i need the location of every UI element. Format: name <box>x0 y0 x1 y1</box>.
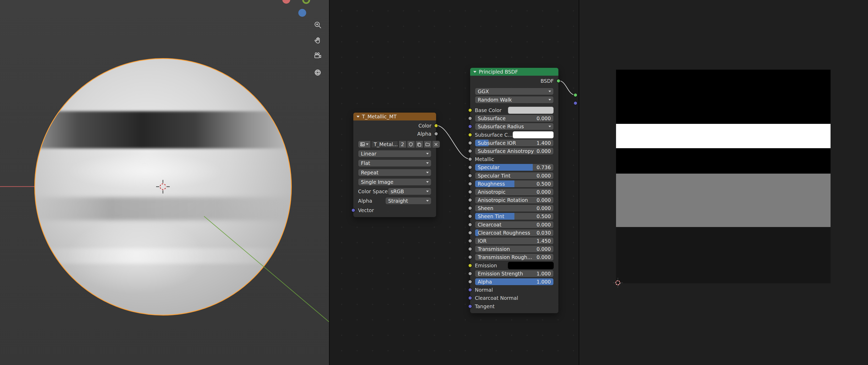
emission-swatch[interactable] <box>508 262 554 269</box>
new-image-button[interactable] <box>415 141 423 148</box>
sheen-socket[interactable] <box>468 206 472 210</box>
emission-strength-field[interactable]: Emission Strength 1.000 <box>475 270 554 277</box>
transmission-roughness-socket[interactable] <box>468 255 472 259</box>
slider-value: 0.000 <box>537 189 551 195</box>
transmission-slider[interactable]: Transmission 0.000 <box>475 245 554 253</box>
principled-node-header[interactable]: Principled BSDF <box>470 68 558 76</box>
projection-dropdown[interactable]: Flat <box>358 160 431 167</box>
anisotropic-socket[interactable] <box>468 190 472 194</box>
color-output-socket[interactable] <box>434 124 438 128</box>
ior-socket[interactable] <box>468 239 472 243</box>
slider-value: 0.500 <box>537 181 551 187</box>
alpha-output-socket[interactable] <box>434 132 438 136</box>
bsdf-row-transmission-roughness: Transmission Roughness 0.000 <box>470 254 558 261</box>
principled-bsdf-node[interactable]: Principled BSDF BSDF GGX Random Walk <box>470 68 559 313</box>
anisotropic-rotation-socket[interactable] <box>468 198 472 202</box>
subsurface-ior-slider[interactable]: Subsurface IOR 1.400 <box>475 139 554 146</box>
clearcoat-slider[interactable]: Clearcoat 0.000 <box>475 221 554 228</box>
alpha-socket[interactable] <box>468 279 472 284</box>
sheen-slider[interactable]: Sheen 0.000 <box>475 204 554 212</box>
tangent-socket[interactable] <box>468 304 472 308</box>
editor-divider-right[interactable] <box>579 0 579 365</box>
collapse-chevron-icon[interactable] <box>356 116 360 118</box>
color-space-dropdown[interactable]: sRGB <box>388 188 431 195</box>
base-color-socket[interactable] <box>468 108 472 112</box>
specular-slider[interactable]: Specular 0.736 <box>475 164 554 171</box>
emission-socket[interactable] <box>468 263 472 268</box>
slider-label: Specular Tint <box>478 173 535 178</box>
image-users-button[interactable]: 2 <box>399 141 406 148</box>
gizmo-axis-y-ball[interactable] <box>302 0 310 4</box>
image-texture-node[interactable]: T_Metallic_MT Color Alpha <box>353 112 436 217</box>
bsdf-output-socket[interactable] <box>556 79 560 83</box>
transmission-roughness-slider[interactable]: Transmission Roughness 0.000 <box>475 254 554 261</box>
fake-user-button[interactable] <box>407 141 415 148</box>
alpha-mode-label: Alpha <box>358 198 385 204</box>
clearcoat-socket[interactable] <box>468 223 472 227</box>
bsdf-row-clearcoat-normal: Clearcoat Normal <box>470 294 558 302</box>
subsurface-anisotropy-slider[interactable]: Subsurface Anisotropy 0.000 <box>475 147 554 155</box>
interpolation-dropdown[interactable]: Linear <box>358 150 431 157</box>
zoom-icon[interactable] <box>312 20 323 30</box>
image-name-field[interactable]: T_Metal... <box>371 141 398 148</box>
subsurface-color-swatch[interactable] <box>513 131 554 138</box>
normal-socket[interactable] <box>468 288 472 292</box>
alpha-slider[interactable]: Alpha 1.000 <box>475 278 554 286</box>
shader-editor[interactable]: T_Metallic_MT Color Alpha <box>330 0 579 365</box>
bsdf-row-specular-tint: Specular Tint 0.000 <box>470 172 558 179</box>
material-output-surface-socket[interactable] <box>574 93 578 97</box>
source-dropdown[interactable]: Single Image <box>358 178 431 186</box>
alpha-mode-value: Straight <box>388 198 425 204</box>
3d-viewport[interactable] <box>0 0 329 365</box>
vector-input-row: Vector <box>353 207 436 214</box>
anisotropic-slider[interactable]: Anisotropic 0.000 <box>475 188 554 196</box>
camera-icon[interactable] <box>312 50 323 61</box>
sheen-tint-socket[interactable] <box>468 214 472 219</box>
image-node-header[interactable]: T_Metallic_MT <box>353 112 436 121</box>
specular-socket[interactable] <box>468 165 472 169</box>
image-editor[interactable] <box>579 0 868 365</box>
editor-divider-left[interactable] <box>329 0 330 365</box>
bsdf-row-emission-strength: Emission Strength 1.000 <box>470 270 558 277</box>
gizmo-axis-z-ball[interactable] <box>298 9 306 17</box>
sphere-grid-icon[interactable] <box>312 67 323 78</box>
collapse-chevron-icon[interactable] <box>473 71 476 73</box>
specular-tint-slider[interactable]: Specular Tint 0.000 <box>475 172 554 179</box>
material-output-displacement-socket[interactable] <box>574 101 578 105</box>
subsurface-method-dropdown[interactable]: Random Walk <box>475 96 554 103</box>
sheen-tint-slider[interactable]: Sheen Tint 0.500 <box>475 212 554 220</box>
ior-field[interactable]: IOR 1.450 <box>475 237 554 244</box>
close-icon <box>434 142 438 146</box>
subsurface-slider[interactable]: Subsurface 0.000 <box>475 115 554 122</box>
roughness-slider[interactable]: Roughness 0.500 <box>475 180 554 188</box>
subsurface-ior-socket[interactable] <box>468 141 472 145</box>
open-image-button[interactable] <box>424 141 432 148</box>
emission-strength-socket[interactable] <box>468 271 472 276</box>
unlink-image-button[interactable] <box>432 141 440 148</box>
image-browse-button[interactable] <box>358 141 371 148</box>
base-color-swatch[interactable] <box>508 106 554 114</box>
clearcoat-roughness-slider[interactable]: Clearcoat Roughness 0.030 <box>475 229 554 236</box>
subsurface-radius-dropdown[interactable]: Subsurface Radius <box>475 123 554 130</box>
texture-image[interactable] <box>616 70 831 283</box>
normal-label: Normal <box>475 287 493 293</box>
chevron-down-icon <box>549 91 551 92</box>
subsurface-anisotropy-socket[interactable] <box>468 149 472 153</box>
shield-icon <box>409 142 413 146</box>
subsurface-color-socket[interactable] <box>468 133 472 137</box>
extension-dropdown[interactable]: Repeat <box>358 169 431 176</box>
subsurface-socket[interactable] <box>468 116 472 121</box>
subsurface-radius-socket[interactable] <box>468 124 472 129</box>
roughness-socket[interactable] <box>468 182 472 186</box>
transmission-socket[interactable] <box>468 247 472 251</box>
clearcoat-normal-socket[interactable] <box>468 296 472 300</box>
alpha-mode-dropdown[interactable]: Straight <box>385 197 431 204</box>
vector-input-socket[interactable] <box>351 208 355 212</box>
clearcoat-roughness-socket[interactable] <box>468 231 472 235</box>
distribution-dropdown[interactable]: GGX <box>475 88 554 95</box>
specular-tint-socket[interactable] <box>468 174 472 178</box>
metallic-socket[interactable] <box>468 157 472 161</box>
anisotropic-rotation-slider[interactable]: Anisotropic Rotation 0.000 <box>475 196 554 204</box>
gizmo-axis-x-ball[interactable] <box>282 0 290 4</box>
hand-icon[interactable] <box>312 35 323 46</box>
